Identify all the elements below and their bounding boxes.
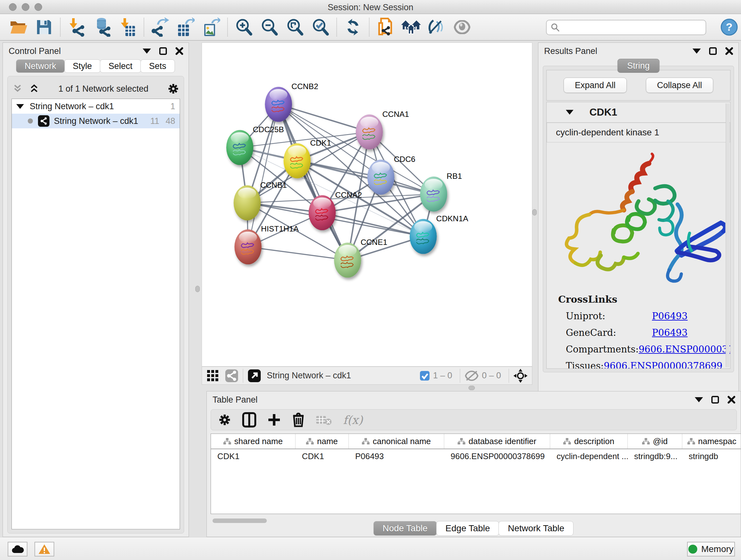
table-cell[interactable]: CDK1 <box>295 449 349 463</box>
crosslink-link[interactable]: P06493 <box>652 311 688 321</box>
column-header-name[interactable]: name <box>295 434 349 449</box>
table-cell[interactable]: P06493 <box>349 449 444 463</box>
network-edge[interactable] <box>322 212 423 236</box>
network-node-cdkn1a[interactable] <box>410 219 437 254</box>
zoom-out-icon[interactable] <box>259 17 280 37</box>
control-panel-title: Control Panel <box>9 46 61 56</box>
close-panel-icon[interactable] <box>727 395 736 404</box>
memory-button[interactable]: Memory <box>687 542 735 557</box>
network-node-ccnb1[interactable] <box>233 185 261 220</box>
crosslink-link[interactable]: 9606.ENSP00000378699 <box>638 344 731 355</box>
refresh-icon[interactable] <box>342 17 364 37</box>
cloud-status-button[interactable] <box>8 542 27 557</box>
zoom-selected-icon[interactable] <box>310 17 331 37</box>
show-columns-icon[interactable] <box>242 412 256 428</box>
help-button[interactable]: ? <box>721 18 738 37</box>
float-panel-icon[interactable] <box>159 47 167 55</box>
zoom-in-icon[interactable] <box>233 17 255 37</box>
network-node-hist1h1a[interactable] <box>234 229 262 264</box>
network-edge[interactable] <box>279 105 348 260</box>
tab-network[interactable]: Network <box>16 59 65 73</box>
crosslink-link[interactable]: P06493 <box>652 327 688 338</box>
results-scrollbar[interactable] <box>726 104 730 367</box>
panel-menu-caret-icon[interactable] <box>692 49 701 54</box>
hidden-eye-icon[interactable] <box>465 370 479 381</box>
tab-string[interactable]: String <box>617 59 660 73</box>
tab-node-table[interactable]: Node Table <box>374 521 437 536</box>
zoom-fit-icon[interactable] <box>284 17 306 37</box>
open-session-icon[interactable] <box>8 17 29 37</box>
float-panel-icon[interactable] <box>711 396 719 403</box>
import-table-icon[interactable] <box>117 17 138 37</box>
tab-sets[interactable]: Sets <box>140 59 175 73</box>
network-node-cdc25b[interactable] <box>226 130 253 165</box>
table-cell[interactable]: cyclin-dependent ... <box>550 449 628 463</box>
table-cell[interactable]: CDK1 <box>211 449 295 463</box>
network-collection-row[interactable]: String Network – cdk1 1 <box>12 99 180 114</box>
left-splitter-handle[interactable] <box>195 286 200 292</box>
network-node-cdk1[interactable] <box>284 143 311 179</box>
panel-menu-caret-icon[interactable] <box>143 49 151 54</box>
tab-edge-table[interactable]: Edge Table <box>436 521 499 536</box>
table-cell[interactable]: stringdb <box>682 449 741 463</box>
open-in-new-window-icon[interactable] <box>248 369 261 382</box>
expand-all-button[interactable]: Expand All <box>563 78 627 93</box>
network-node-ccna1[interactable] <box>356 115 383 150</box>
export-table-icon[interactable] <box>175 17 197 37</box>
network-edge[interactable] <box>248 247 347 260</box>
tab-network-table[interactable]: Network Table <box>498 521 574 536</box>
horizontal-splitter-handle[interactable] <box>468 386 475 390</box>
save-session-icon[interactable] <box>33 17 55 37</box>
string-import-icon[interactable] <box>375 17 396 37</box>
column-header--id[interactable]: @id <box>628 434 682 449</box>
close-panel-icon[interactable] <box>175 47 184 55</box>
network-canvas[interactable]: CCNB2CCNA1CDC25BCDK1CDC6RB1CCNB1CCNA2CDK… <box>202 43 532 367</box>
selected-checkbox-icon[interactable] <box>420 371 430 381</box>
column-header-description[interactable]: description <box>550 434 628 449</box>
crosslink-link[interactable]: 9606.ENSP00000378699 <box>604 361 723 369</box>
collapse-all-button[interactable]: Collapse All <box>646 78 713 93</box>
network-options-gear-icon[interactable] <box>167 83 179 95</box>
column-header-shared-name[interactable]: shared name <box>211 434 295 449</box>
import-network-file-icon[interactable] <box>66 17 87 37</box>
home-networks-icon[interactable] <box>400 17 422 37</box>
column-header-database-identifier[interactable]: database identifier <box>444 434 550 449</box>
network-node-cdc6[interactable] <box>367 160 394 195</box>
tree-expand-caret-icon[interactable] <box>16 104 24 109</box>
network-node-ccnb2[interactable] <box>265 87 292 122</box>
right-splitter-handle[interactable] <box>532 209 537 215</box>
birdseye-grid-icon[interactable] <box>206 369 219 382</box>
collapse-entry-caret-icon[interactable] <box>566 110 574 115</box>
close-panel-icon[interactable] <box>725 47 733 55</box>
network-edge[interactable] <box>279 105 369 132</box>
table-row[interactable]: CDK1CDK1P064939606.ENSP00000378699cyclin… <box>211 449 741 463</box>
tab-select[interactable]: Select <box>100 59 141 73</box>
float-panel-icon[interactable] <box>709 47 717 55</box>
search-input[interactable] <box>546 20 706 35</box>
tab-style[interactable]: Style <box>64 59 100 73</box>
add-column-icon[interactable] <box>267 413 281 427</box>
pan-crosshair-icon[interactable] <box>514 369 528 383</box>
network-node-rb1[interactable] <box>420 177 447 212</box>
network-share-icon[interactable] <box>225 369 239 382</box>
show-eye-icon[interactable] <box>451 17 473 37</box>
warning-status-button[interactable] <box>35 542 54 557</box>
hide-panel-glasses-icon[interactable] <box>426 17 448 37</box>
node-table[interactable]: shared namenamecanonical namedatabase id… <box>211 434 741 514</box>
import-network-database-icon[interactable] <box>91 17 113 37</box>
network-row-selected[interactable]: String Network – cdk1 11 48 <box>12 114 180 128</box>
export-network-icon[interactable] <box>149 17 171 37</box>
network-node-ccna2[interactable] <box>309 195 336 230</box>
column-header-canonical-name[interactable]: canonical name <box>349 434 444 449</box>
export-image-icon[interactable] <box>200 17 222 37</box>
table-toolbar: f(x) <box>211 409 737 430</box>
collapse-all-chevrons-icon[interactable] <box>12 83 23 94</box>
expand-all-chevrons-icon[interactable] <box>29 83 40 94</box>
network-node-ccne1[interactable] <box>334 243 361 278</box>
table-cell[interactable]: 9606.ENSP00000378699 <box>444 449 550 463</box>
panel-menu-caret-icon[interactable] <box>695 397 703 402</box>
table-cell[interactable]: stringdb:9... <box>628 449 682 463</box>
delete-column-icon[interactable] <box>292 412 305 428</box>
table-options-gear-icon[interactable] <box>218 413 231 427</box>
column-header-namespac[interactable]: namespac <box>682 434 741 449</box>
